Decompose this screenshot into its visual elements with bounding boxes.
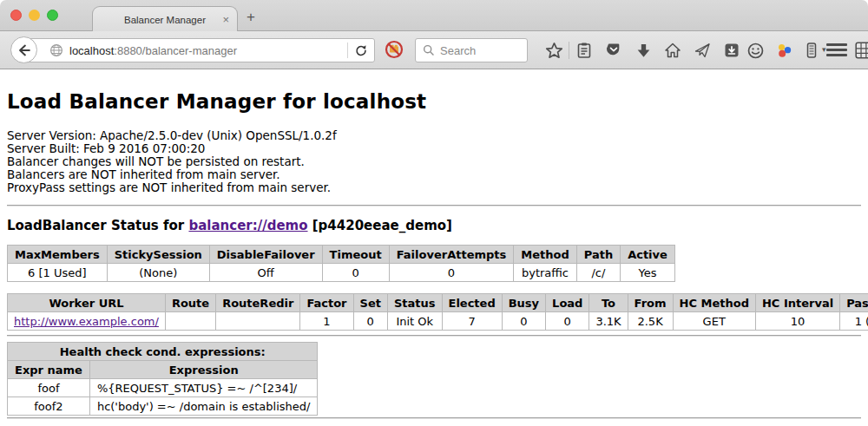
column-header: Set (353, 294, 387, 312)
balancer-demo-link[interactable]: balancer://demo (188, 218, 307, 233)
table-cell: 0 (546, 312, 589, 331)
table-cell: 0 (502, 312, 545, 331)
page-content: Load Balancer Manager for localhost Serv… (0, 69, 868, 426)
column-header: HC Method (673, 294, 755, 312)
pages-grid-icon (854, 41, 868, 60)
balancer-status-heading: LoadBalancer Status for balancer://demo … (7, 218, 868, 233)
reading-list-icon (575, 42, 593, 59)
home-button[interactable] (663, 41, 682, 60)
table-row: foof2hc('body') =~ /domain is establishe… (8, 397, 318, 416)
column-header: Elected (442, 294, 502, 312)
pages-grid-button[interactable] (854, 41, 868, 60)
column-header: Worker URL (8, 294, 166, 312)
column-header: Factor (300, 294, 353, 312)
download-icon (635, 43, 652, 59)
column-header: HC Interval (755, 294, 839, 312)
browser-window: Balancer Manager × + localhost:8880/bala… (0, 0, 868, 426)
balancer-settings-table: MaxMembersStickySessionDisableFailoverTi… (7, 245, 675, 282)
table-cell: 7 (442, 312, 502, 331)
reload-icon (354, 43, 368, 57)
column-header: To (589, 294, 628, 312)
back-button[interactable] (10, 36, 37, 63)
globe-icon (49, 43, 63, 57)
divider (7, 205, 861, 206)
column-header: Active (621, 246, 675, 264)
table-cell: 1 (300, 312, 353, 331)
search-bar[interactable]: Search (415, 38, 528, 62)
column-header: FailoverAttempts (389, 246, 514, 264)
table-cell: Off (209, 264, 322, 282)
download-manager-button[interactable] (722, 41, 741, 60)
url-text: localhost:8880/balancer-manager (69, 44, 237, 57)
menu-icon (826, 43, 847, 46)
home-icon (664, 42, 681, 59)
divider (7, 335, 861, 337)
table-cell: %{REQUEST_STATUS} =~ /^[234]/ (89, 379, 318, 397)
send-tab-button[interactable] (693, 41, 712, 60)
reload-button[interactable] (348, 43, 374, 57)
table-cell: 10 (755, 312, 839, 331)
smiley-icon (746, 42, 765, 60)
tab-close-icon[interactable]: × (222, 13, 229, 26)
close-window-button[interactable] (10, 10, 22, 21)
address-bar[interactable]: localhost:8880/balancer-manager (24, 38, 375, 62)
reading-list-button[interactable] (575, 41, 594, 60)
divider (7, 417, 861, 419)
menu-button[interactable] (826, 43, 847, 60)
column-header: Load (546, 294, 589, 312)
column-header: Expression (89, 361, 318, 379)
notice-line: Balancer changes will NOT be persisted o… (7, 155, 868, 168)
column-header: StickySession (107, 246, 209, 264)
dropdown-caret-icon[interactable]: ▾ (822, 45, 826, 54)
table-cell: 0 (322, 264, 389, 282)
column-header: Timeout (322, 246, 389, 264)
search-placeholder: Search (440, 44, 476, 57)
worker-status-table: Worker URLRouteRouteRedirFactorSetStatus… (7, 293, 868, 331)
feedback-button[interactable] (746, 41, 765, 60)
column-header: Passes (840, 294, 868, 312)
column-header: Route (165, 294, 215, 312)
notice-line: Balancers are NOT inherited from main se… (7, 168, 868, 181)
send-icon (694, 42, 711, 59)
table-cell: 0 (353, 312, 387, 331)
navigation-toolbar: localhost:8880/balancer-manager (0, 31, 868, 69)
new-tab-button[interactable]: + (247, 9, 255, 26)
table-row: 6 [1 Used](None)Off00bytraffic/c/Yes (8, 264, 675, 282)
back-icon (16, 43, 32, 58)
blocked-plugin-icon[interactable] (384, 39, 404, 60)
container-icon (803, 42, 820, 59)
tab-title: Balancer Manager (124, 15, 206, 25)
table-cell: 2.5K (628, 312, 673, 331)
table-cell: /c/ (576, 264, 620, 282)
extension-dots-button[interactable] (774, 41, 793, 60)
container-button[interactable] (802, 41, 821, 60)
table-cell: 3.1K (589, 312, 628, 331)
toolbar-separator (569, 42, 569, 59)
column-header: From (628, 294, 673, 312)
downloads-button[interactable] (634, 41, 653, 60)
tab-balancer-manager[interactable]: Balancer Manager × (92, 6, 238, 32)
bookmark-star-button[interactable] (544, 41, 563, 60)
table-cell: (None) (107, 264, 209, 282)
health-check-table: Health check cond. expressions:Expr name… (7, 342, 318, 416)
minimize-window-button[interactable] (29, 10, 40, 21)
table-row: http://www.example.com/10Init Ok7003.1K2… (8, 312, 868, 331)
table-cell: Init Ok (387, 312, 442, 331)
table-cell (216, 312, 300, 331)
table-cell: hc('body') =~ /domain is established/ (89, 397, 318, 416)
table-cell: foof2 (8, 397, 90, 416)
column-header: Method (514, 246, 576, 264)
table-cell: GET (673, 312, 755, 331)
table-cell: http://www.example.com/ (8, 312, 166, 331)
table-cell: Yes (621, 264, 675, 282)
table-cell: 1 (0) (840, 312, 868, 331)
url-path: :8880/balancer-manager (114, 44, 237, 57)
pocket-icon (605, 42, 622, 59)
zoom-window-button[interactable] (47, 10, 58, 21)
server-version-line: Server Version: Apache/2.5.0-dev (Unix) … (7, 129, 868, 142)
table-cell: foof (8, 379, 90, 397)
worker-url-link[interactable]: http://www.example.com/ (14, 315, 159, 328)
pocket-button[interactable] (604, 41, 623, 60)
table-row: foof%{REQUEST_STATUS} =~ /^[234]/ (8, 379, 318, 397)
column-header: Busy (502, 294, 545, 312)
